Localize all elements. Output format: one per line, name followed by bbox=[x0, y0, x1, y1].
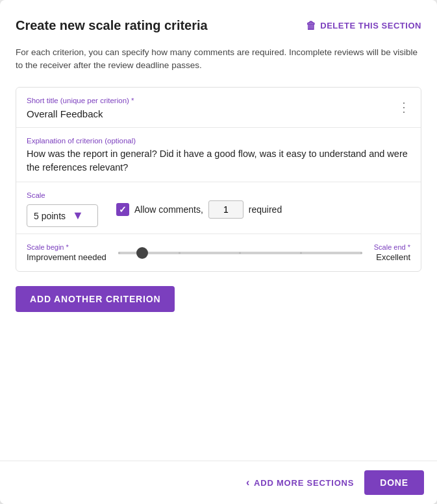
modal-footer: ‹ ADD MORE SECTIONS DONE bbox=[0, 461, 437, 504]
three-dots-button[interactable]: ⋮ bbox=[395, 98, 413, 116]
required-text: required bbox=[249, 204, 282, 215]
modal-body: Create new scale rating criteria 🗑 DELET… bbox=[0, 0, 437, 461]
scale-begin-label: Scale begin * bbox=[27, 243, 106, 251]
short-title-value[interactable]: Overall Feedback bbox=[27, 107, 410, 121]
scale-end-value: Excellent bbox=[374, 252, 410, 262]
explanation-label: Explanation of criterion (optional) bbox=[27, 137, 410, 145]
header-row: Create new scale rating criteria 🗑 DELET… bbox=[16, 18, 421, 33]
scale-dropdown[interactable]: 5 points ▼ bbox=[27, 204, 98, 227]
description-text: For each criterion, you can specify how … bbox=[16, 46, 421, 73]
slider-tick-2 bbox=[179, 252, 181, 254]
delete-section-label: DELETE THIS SECTION bbox=[320, 21, 421, 30]
short-title-label: Short title (unique per criterion) * bbox=[27, 97, 410, 104]
explanation-section: Explanation of criterion (optional) How … bbox=[16, 128, 421, 183]
add-more-sections-label: ADD MORE SECTIONS bbox=[254, 478, 354, 488]
slider-ticks bbox=[118, 252, 362, 254]
explanation-value[interactable]: How was the report in general? Did it ha… bbox=[27, 147, 410, 176]
scale-section: Scale 5 points ▼ ✓ Allow comments, requi… bbox=[16, 182, 421, 234]
trash-icon: 🗑 bbox=[306, 20, 317, 32]
slider-tick-4 bbox=[300, 252, 302, 254]
slider-container[interactable] bbox=[113, 252, 368, 254]
slider-tick-5 bbox=[360, 252, 362, 254]
slider-track bbox=[118, 252, 362, 254]
allow-comments-label: Allow comments, bbox=[134, 204, 203, 215]
done-button[interactable]: DONE bbox=[364, 470, 424, 495]
comments-count-input[interactable] bbox=[208, 200, 243, 219]
slider-tick-3 bbox=[239, 252, 241, 254]
chevron-left-icon: ‹ bbox=[246, 477, 250, 488]
scale-begin-value: Improvement needed bbox=[27, 252, 106, 262]
scale-group: Scale 5 points ▼ bbox=[27, 191, 98, 227]
scale-label: Scale bbox=[27, 191, 98, 199]
scale-end-group: Scale end * Excellent bbox=[374, 243, 410, 262]
scale-end-label: Scale end * bbox=[374, 243, 410, 251]
scale-begin-group: Scale begin * Improvement needed bbox=[27, 243, 106, 262]
add-criterion-button[interactable]: ADD ANOTHER CRITERION bbox=[16, 286, 175, 312]
delete-section-button[interactable]: 🗑 DELETE THIS SECTION bbox=[306, 20, 421, 32]
add-more-sections-button[interactable]: ‹ ADD MORE SECTIONS bbox=[246, 477, 354, 488]
criterion-card: Short title (unique per criterion) * Ove… bbox=[16, 87, 421, 272]
allow-comments-checkbox[interactable]: ✓ bbox=[116, 203, 129, 216]
scale-dropdown-text: 5 points bbox=[34, 211, 66, 221]
page-title: Create new scale rating criteria bbox=[16, 18, 208, 33]
slider-thumb bbox=[136, 247, 148, 259]
allow-comments-group: ✓ Allow comments, required bbox=[116, 200, 282, 219]
scale-range-section: Scale begin * Improvement needed bbox=[16, 234, 421, 271]
checkmark-icon: ✓ bbox=[119, 204, 127, 215]
short-title-section: Short title (unique per criterion) * Ove… bbox=[16, 88, 421, 128]
dropdown-arrow-icon: ▼ bbox=[72, 209, 84, 222]
modal-container: Create new scale rating criteria 🗑 DELET… bbox=[0, 0, 437, 504]
